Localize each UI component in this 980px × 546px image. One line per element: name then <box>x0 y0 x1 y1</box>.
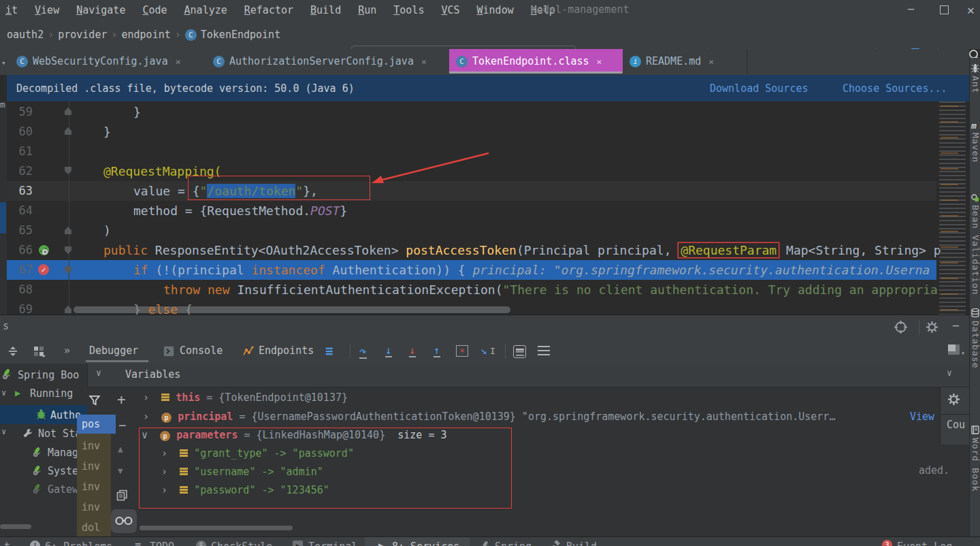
filter-icon[interactable] <box>88 394 101 406</box>
menu-tools[interactable]: Tools <box>392 4 425 16</box>
force-step-into-icon[interactable]: ↓ <box>409 345 416 357</box>
breadcrumb-oauth2[interactable]: oauth2 <box>7 29 44 41</box>
code-line-68[interactable]: throw new InsufficientAuthenticationExce… <box>163 280 938 300</box>
step-over-icon[interactable]: ↷ <box>359 345 367 359</box>
frame-invoke[interactable]: inv <box>77 436 116 455</box>
maximize-button[interactable] <box>940 5 949 14</box>
tool-button-word-book[interactable]: Word Book <box>970 438 980 492</box>
move-up-icon[interactable]: ▲ <box>118 444 123 454</box>
menu-refactor[interactable]: Refactor <box>243 4 295 16</box>
status-spring[interactable]: Spring <box>495 541 532 546</box>
variable-row-this[interactable]: › this = {TokenEndpoint@10137} <box>143 391 348 404</box>
fold-marker[interactable] <box>65 108 71 115</box>
menu-analyze[interactable]: Analyze <box>183 4 229 16</box>
frame-invoke[interactable]: inv <box>77 477 116 496</box>
tool-button-maven[interactable]: Maven <box>970 133 980 163</box>
menu-window[interactable]: Window <box>476 4 515 16</box>
breadcrumb-provider[interactable]: provider <box>58 29 107 41</box>
menu-code[interactable]: Code <box>141 4 168 16</box>
gear-icon[interactable] <box>926 321 938 334</box>
menu-view[interactable]: View <box>33 4 61 16</box>
service-running-group[interactable]: Running <box>30 387 73 400</box>
run-to-cursor-icon[interactable]: ↘ <box>480 345 487 356</box>
frame-invoke[interactable]: inv <box>77 498 116 517</box>
tab-debugger[interactable]: Debugger <box>89 344 138 357</box>
code-line-67[interactable]: if (!(principal instanceof Authenticatio… <box>133 260 930 280</box>
step-into-icon[interactable]: ↓ <box>385 345 392 357</box>
menu-build[interactable]: Build <box>309 4 342 16</box>
minimize-button[interactable]: — <box>908 3 914 15</box>
menu-run[interactable]: Run <box>357 4 378 16</box>
restore-layout-icon[interactable] <box>538 346 550 356</box>
chevron-down-icon[interactable]: ∨ <box>947 368 952 378</box>
evaluate-expression-icon[interactable] <box>513 345 526 358</box>
close-icon[interactable]: × <box>708 57 714 67</box>
menu-vcs[interactable]: VCS <box>440 4 461 16</box>
choose-sources-link[interactable]: Choose Sources... <box>843 82 947 95</box>
close-icon[interactable]: × <box>421 57 427 67</box>
code-line-60[interactable]: } <box>103 122 111 142</box>
services-scrollbar[interactable] <box>0 524 31 529</box>
help-target-icon[interactable] <box>894 321 907 334</box>
fold-marker[interactable] <box>65 246 71 254</box>
tool-button-bean-validation[interactable]: Bean Validation <box>970 205 980 295</box>
status-checkstyle[interactable]: CheckStyle <box>211 541 272 546</box>
tab-authorizationserverconfig[interactable]: C AuthorizationServerConfig.java × <box>206 49 463 74</box>
frame-invoke[interactable]: inv <box>77 457 116 476</box>
download-sources-link[interactable]: Download Sources <box>710 82 808 95</box>
show-watches-button[interactable] <box>111 509 137 533</box>
code-line-65[interactable]: ) <box>103 221 111 240</box>
layout-settings-icon[interactable]: ≡ <box>325 343 333 358</box>
spring-mapping-icon[interactable] <box>38 244 50 256</box>
service-spring-boot[interactable]: Spring Boo <box>18 369 79 381</box>
status-services-active[interactable]: ▶ 8: Services <box>365 537 470 546</box>
fold-marker[interactable] <box>65 306 71 313</box>
fold-marker[interactable] <box>65 127 71 135</box>
status-todo[interactable]: TODO <box>150 541 174 546</box>
service-system[interactable]: Syste <box>48 465 78 477</box>
tab-tokenendpoint[interactable]: C TokenEndpoint.class × <box>449 49 636 74</box>
close-button[interactable]: ✕ <box>967 3 975 17</box>
tool-button-ant[interactable]: Ant <box>970 76 980 93</box>
code-minimap[interactable] <box>938 101 968 315</box>
fold-marker[interactable] <box>65 227 71 234</box>
close-icon[interactable]: × <box>176 57 181 67</box>
frame-postaccesstoken[interactable]: pos <box>77 415 116 434</box>
fold-marker[interactable] <box>65 167 71 174</box>
menu-navigate[interactable]: Navigate <box>75 4 127 16</box>
console-tab-fragment[interactable]: Cou <box>941 414 970 431</box>
status-problems[interactable]: 6: Problems <box>45 541 112 546</box>
status-build[interactable]: Build <box>566 541 597 546</box>
tool-button-database[interactable]: Database <box>970 321 980 369</box>
tab-console[interactable]: Console <box>180 344 223 357</box>
drop-frame-icon[interactable]: ✕ <box>456 345 468 357</box>
tab-readme[interactable]: i README.md × <box>623 49 747 74</box>
frame-dofilter[interactable]: dol <box>77 518 116 537</box>
variable-row-principal[interactable]: › p principal = {UsernamePasswordAuthent… <box>143 411 835 423</box>
duplicate-icon[interactable] <box>116 489 128 501</box>
add-watch-icon[interactable]: + <box>117 391 126 408</box>
breadcrumb-class[interactable]: TokenEndpoint <box>201 29 280 41</box>
hidden-tabs-dropdown-icon[interactable]: ▾ <box>1 59 6 67</box>
layout-grid-icon[interactable] <box>33 345 46 357</box>
gear-icon[interactable] <box>947 393 960 406</box>
step-out-icon[interactable]: ↑ <box>434 345 440 357</box>
variables-scrollbar[interactable] <box>140 526 293 530</box>
more-tabs-icon[interactable]: » <box>64 344 70 357</box>
breadcrumb-endpoint[interactable]: endpoint <box>122 29 171 41</box>
code-line-66[interactable]: public ResponseEntity<OAuth2AccessToken>… <box>103 240 941 260</box>
status-event-log[interactable]: Event Log <box>897 541 952 546</box>
layout-options-icon[interactable] <box>948 344 960 355</box>
tab-websecurityconfig[interactable]: C WebSecurityConfig.java × <box>10 49 220 74</box>
chevron-down-icon[interactable]: ∨ <box>1 388 6 398</box>
code-line-59[interactable]: } <box>133 102 141 122</box>
menu-edit[interactable]: it <box>4 4 19 16</box>
hide-tool-window-icon[interactable]: — <box>953 319 959 332</box>
collapse-panels-icon[interactable] <box>7 345 19 357</box>
code-line-69[interactable]: } else { <box>133 300 193 315</box>
status-terminal[interactable]: Terminal <box>308 541 357 546</box>
service-management[interactable]: Manag <box>48 447 78 459</box>
service-not-started-group[interactable]: Not Sta <box>38 428 81 440</box>
code-editor[interactable]: T m 59 60 61 62 63 64 65 66 67 68 69 ✓ } <box>0 101 969 315</box>
chevron-down-icon[interactable]: ∨ <box>96 368 101 378</box>
